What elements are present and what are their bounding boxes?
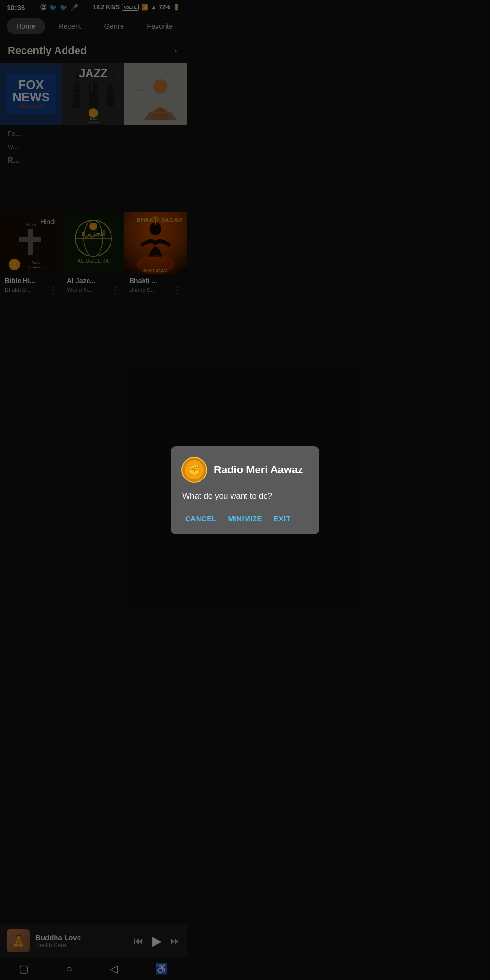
dialog-overlay: ✊ Radio Meri Aawaz What do you want to d… xyxy=(0,0,187,373)
